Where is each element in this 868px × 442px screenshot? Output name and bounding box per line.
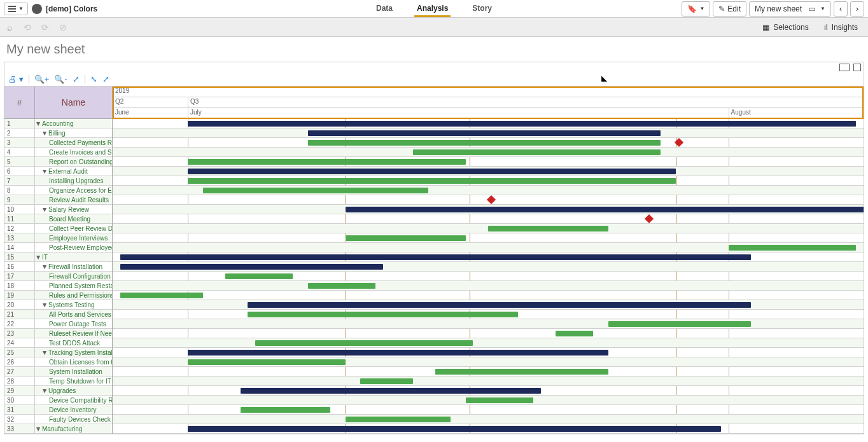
gantt-row[interactable] [113,424,864,434]
main-menu-button[interactable]: ▼ [4,3,28,15]
task-bar[interactable] [120,293,203,298]
selections-button[interactable]: ▦ Selections [756,20,815,34]
task-bar[interactable] [203,188,428,193]
gantt-row[interactable] [113,357,864,367]
gantt-row[interactable] [113,167,864,176]
gantt-row[interactable] [113,148,864,157]
table-row[interactable]: 33▶Manufacturing [4,424,112,434]
expand-icon[interactable]: ⤡ [90,74,97,84]
gantt-row[interactable] [113,262,864,272]
collapse-icon[interactable]: ▶ [36,255,41,259]
tab-analysis[interactable]: Analysis [414,0,451,17]
table-row[interactable]: 9Review Audit Results [4,195,112,205]
gantt-row[interactable] [113,233,864,243]
task-bar[interactable] [346,235,466,241]
table-row[interactable]: 4Create Invoices and Send I [4,148,112,157]
collapse-icon[interactable]: ▶ [42,169,48,173]
bookmark-button[interactable]: 🔖 ▼ [682,1,710,17]
table-row[interactable]: 30Device Compatibility Revie [4,396,112,405]
summary-bar[interactable] [188,426,721,432]
clear-selections-icon[interactable]: ⊘ [57,22,69,33]
table-row[interactable]: 21All Ports and Services Test [4,310,112,319]
zoom-in-icon[interactable]: 🔍+ [34,74,50,84]
task-bar[interactable] [225,273,293,279]
tab-data[interactable]: Data [374,0,395,17]
step-forward-icon[interactable]: ⟳ [39,22,51,33]
task-bar[interactable] [308,283,375,289]
gantt-row[interactable] [113,128,864,138]
table-row[interactable]: 32Faulty Devices Check [4,415,112,424]
summary-bar[interactable] [120,254,751,260]
table-row[interactable]: 19Rules and Permissions Aud [4,291,112,300]
summary-bar[interactable] [188,350,608,356]
gantt-row[interactable] [113,119,864,128]
table-row[interactable]: 14Post-Review Employee Int [4,243,112,252]
milestone-marker[interactable] [645,214,654,223]
task-bar[interactable] [248,312,518,317]
gantt-row[interactable] [113,281,864,291]
gantt-row[interactable] [113,176,864,186]
column-header-hash[interactable]: # [4,86,35,118]
collapse-icon[interactable]: ⤢ [102,74,109,84]
gantt-row[interactable] [113,214,864,224]
summary-bar[interactable] [241,388,541,394]
task-bar[interactable] [346,417,451,422]
table-row[interactable]: 15▶IT [4,252,112,262]
table-row[interactable]: 13Employee Interviews [4,233,112,243]
table-row[interactable]: 6▶External Audit [4,167,112,176]
gantt-row[interactable] [113,405,864,415]
task-bar[interactable] [188,159,466,165]
table-row[interactable]: 28Temp Shutdown for IT Aud [4,376,112,386]
gantt-row[interactable] [113,157,864,167]
summary-bar[interactable] [188,169,676,174]
table-row[interactable]: 25▶Tracking System Installation [4,348,112,357]
table-row[interactable]: 10▶Salary Review [4,205,112,214]
edit-button[interactable]: ✎ Edit [713,1,746,17]
tab-story[interactable]: Story [470,0,494,17]
task-bar[interactable] [413,149,661,155]
gantt-row[interactable] [113,348,864,357]
task-bar[interactable] [608,321,751,327]
table-row[interactable]: 1▶Accounting [4,119,112,128]
task-bar[interactable] [188,359,346,365]
table-row[interactable]: 18Planned System Restart [4,281,112,291]
table-row[interactable]: 29▶Upgrades [4,386,112,396]
gantt-row[interactable] [113,138,864,148]
table-row[interactable]: 7Installing Upgrades [4,176,112,186]
next-sheet-button[interactable]: › [850,1,864,17]
table-row[interactable]: 17Firewall Configuration [4,272,112,281]
task-bar[interactable] [435,369,608,375]
table-row[interactable]: 16▶Firewall Installation [4,262,112,272]
table-row[interactable]: 20▶Systems Testing [4,300,112,310]
gantt-row[interactable] [113,376,864,386]
sheet-selector[interactable]: My new sheet ▭ ▼ [749,1,831,17]
snapshot-icon[interactable] [839,64,850,71]
gantt-row[interactable] [113,186,864,195]
gantt-row[interactable] [113,367,864,376]
table-row[interactable]: 24Test DDOS Attack [4,338,112,348]
task-bar[interactable] [188,178,676,184]
gantt-row[interactable] [113,195,864,205]
collapse-icon[interactable]: ▶ [42,303,48,307]
task-bar[interactable] [729,245,857,251]
task-bar[interactable] [466,397,533,403]
table-row[interactable]: 26Obtain Licenses from the V [4,357,112,367]
table-row[interactable]: 12Collect Peer Review Data [4,224,112,233]
collapse-icon[interactable]: ▶ [42,131,48,135]
table-row[interactable]: 22Power Outage Tests [4,319,112,329]
summary-bar[interactable] [346,207,864,212]
zoom-fit-icon[interactable]: ⤢ [73,74,80,84]
gantt-row[interactable] [113,300,864,310]
gantt-row[interactable] [113,329,864,338]
task-bar[interactable] [308,140,661,146]
print-icon[interactable]: 🖨 ▾ [8,74,24,84]
gantt-row[interactable] [113,319,864,329]
gantt-row[interactable] [113,386,864,396]
zoom-out-icon[interactable]: 🔍- [54,74,67,84]
gantt-row[interactable] [113,310,864,319]
gantt-row[interactable] [113,272,864,281]
gantt-row[interactable] [113,291,864,300]
table-row[interactable]: 5Report on Outstanding Co [4,157,112,167]
gantt-row[interactable] [113,224,864,233]
prev-sheet-button[interactable]: ‹ [834,1,848,17]
